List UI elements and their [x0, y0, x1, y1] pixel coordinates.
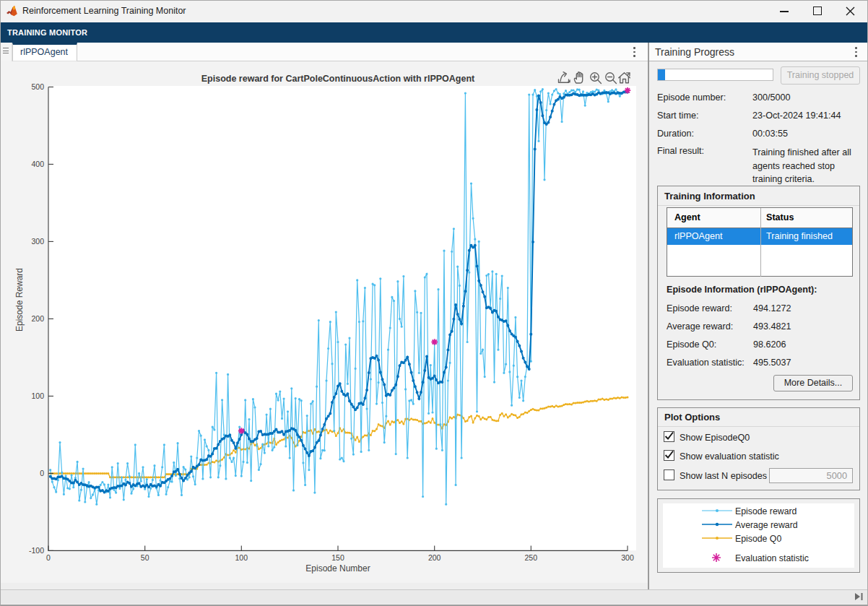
svg-text:Episode Number: Episode Number [305, 563, 370, 573]
svg-text:50: 50 [141, 553, 149, 562]
svg-text:400: 400 [31, 160, 44, 168]
svg-text:200: 200 [31, 314, 44, 323]
svg-text:0: 0 [46, 553, 51, 562]
svg-text:300: 300 [31, 237, 44, 246]
svg-text:0: 0 [40, 469, 44, 477]
svg-text:Episode Reward: Episode Reward [14, 268, 25, 332]
svg-text:300: 300 [621, 553, 634, 562]
svg-text:250: 250 [525, 553, 538, 562]
svg-text:150: 150 [331, 553, 344, 562]
svg-text:-100: -100 [29, 546, 44, 555]
svg-text:500: 500 [31, 82, 44, 91]
svg-text:200: 200 [428, 553, 441, 562]
svg-text:100: 100 [31, 391, 44, 400]
svg-text:Episode reward for CartPoleCon: Episode reward for CartPoleContinuousAct… [201, 74, 475, 84]
svg-text:100: 100 [235, 553, 248, 562]
